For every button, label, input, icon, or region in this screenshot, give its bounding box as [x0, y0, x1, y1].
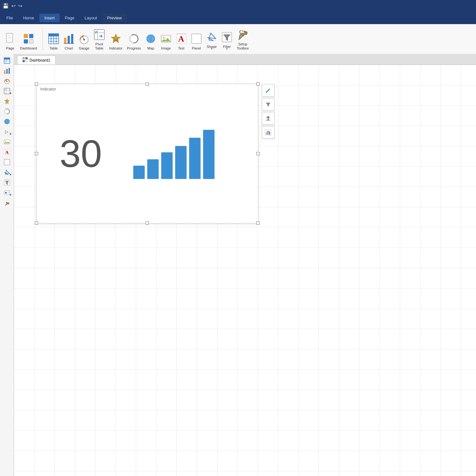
panel-label: Panel: [192, 46, 201, 50]
svg-rect-7: [29, 39, 33, 43]
svg-rect-71: [5, 192, 7, 194]
menu-layout[interactable]: Layout: [80, 14, 102, 22]
handle-tr[interactable]: [256, 83, 260, 86]
setup-icon: [237, 29, 248, 42]
ribbon-btn-table[interactable]: Table: [46, 27, 61, 53]
handle-tm[interactable]: [146, 83, 149, 86]
svg-rect-17: [68, 36, 70, 43]
ribbon-btn-progress[interactable]: Progress: [125, 27, 143, 53]
action-edit[interactable]: [262, 84, 274, 97]
panel-icon: [191, 33, 202, 46]
sidebar-btn-table[interactable]: [1, 56, 13, 65]
filter-arrow: ▼: [226, 48, 228, 50]
sidebar-btn-chart[interactable]: [1, 66, 13, 76]
ribbon-components-group: Table Chart: [46, 27, 251, 53]
progress-icon: [129, 33, 139, 46]
ribbon-btn-panel[interactable]: Panel: [189, 27, 204, 53]
filter-icon: [221, 32, 232, 44]
widget-chart: [133, 128, 215, 179]
menu-bar: File Home Insert Page Layout Preview: [0, 11, 476, 24]
page-icon: [5, 33, 15, 46]
chart-bar-1: [133, 166, 145, 179]
menu-home[interactable]: Home: [18, 14, 39, 22]
handle-br[interactable]: [256, 221, 260, 225]
gauge-label: Gauge: [79, 46, 89, 50]
gauge-icon: [79, 33, 89, 46]
ribbon-btn-map[interactable]: Map: [143, 27, 158, 53]
ribbon-btn-text[interactable]: A Text: [174, 27, 189, 53]
tab-dashboard1[interactable]: Dashboard1: [17, 56, 56, 64]
redo-icon[interactable]: ↪: [18, 3, 22, 9]
svg-rect-5: [29, 34, 33, 38]
svg-text:A: A: [5, 150, 9, 155]
svg-rect-15: [49, 34, 59, 36]
title-bar: 💾 ↩ ↪: [0, 0, 476, 11]
svg-rect-18: [71, 34, 73, 43]
menu-page[interactable]: Page: [60, 14, 79, 22]
ribbon-newitem-group: Page Dashboard: [3, 27, 39, 53]
sidebar-btn-map-expand[interactable]: ▷ ▶: [1, 127, 13, 136]
ribbon-btn-filter[interactable]: Filter ▼: [219, 27, 235, 53]
pivot-label: PivotTable: [95, 42, 103, 50]
sidebar-btn-text[interactable]: A: [1, 147, 13, 157]
sidebar-btn-setup[interactable]: [1, 198, 13, 208]
sidebar-btn-panel[interactable]: [1, 157, 13, 167]
ribbon-btn-chart[interactable]: Chart: [61, 27, 76, 53]
svg-rect-16: [64, 38, 66, 43]
indicator-label: Indicator: [109, 46, 122, 50]
svg-rect-39: [192, 34, 201, 43]
sidebar-btn-pivot[interactable]: ▶: [1, 86, 13, 96]
sidebar-btn-map[interactable]: [1, 117, 13, 126]
sidebar-btn-shape[interactable]: ▶: [1, 168, 13, 177]
menu-insert[interactable]: Insert: [39, 14, 60, 22]
ribbon-btn-pivot[interactable]: PivotTable: [92, 27, 107, 53]
widget-value: 30: [60, 135, 102, 173]
indicator-widget: Indicator 30: [36, 84, 258, 223]
sidebar-btn-indicator[interactable]: 100: [1, 96, 13, 106]
ribbon-btn-indicator[interactable]: 100 Indicator: [107, 27, 125, 53]
svg-point-22: [83, 39, 85, 40]
action-chart[interactable]: [262, 126, 274, 139]
chart-label: Chart: [64, 46, 73, 50]
pivot-icon: [94, 29, 105, 42]
action-data[interactable]: N: [262, 112, 274, 125]
svg-rect-0: [6, 33, 13, 42]
chart-bar-6: [203, 130, 215, 179]
page-label: Page: [6, 46, 14, 50]
handle-ml[interactable]: [35, 152, 38, 155]
canvas-area: Indicator 30: [14, 65, 476, 476]
table-icon: [48, 33, 59, 46]
sidebar-btn-filter[interactable]: [1, 178, 13, 187]
ribbon-btn-page[interactable]: Page: [3, 27, 18, 53]
pivot-arrow: ▶: [10, 92, 12, 95]
main-content: Dashboard1 Indicator 30: [14, 54, 476, 476]
save-icon[interactable]: 💾: [3, 3, 9, 9]
sidebar-btn-gauge[interactable]: [1, 76, 13, 86]
svg-text:A: A: [178, 34, 184, 43]
ribbon-btn-dashboard[interactable]: Dashboard: [18, 27, 39, 53]
handle-bl[interactable]: [35, 221, 38, 225]
shape-arrow: ▼: [210, 48, 213, 50]
setup-label: SetupToolbox: [237, 42, 249, 50]
tab-icon: [23, 57, 28, 63]
svg-rect-75: [25, 57, 28, 59]
handle-bm[interactable]: [146, 221, 149, 225]
sidebar-btn-image[interactable]: [1, 137, 13, 147]
sidebar-btn-progress[interactable]: [1, 107, 13, 116]
ribbon-btn-image[interactable]: Image: [158, 27, 174, 53]
svg-rect-77: [25, 60, 28, 62]
chart-bar-2: [147, 159, 159, 179]
ribbon-btn-shape[interactable]: Shape ▼: [204, 27, 219, 53]
menu-file[interactable]: File: [1, 14, 18, 22]
svg-point-53: [6, 81, 7, 82]
handle-mr[interactable]: [256, 152, 260, 155]
sidebar-btn-filter2[interactable]: ▶: [1, 188, 13, 197]
ribbon-btn-gauge[interactable]: Gauge: [76, 27, 92, 53]
undo-icon[interactable]: ↩: [11, 3, 16, 9]
action-filter[interactable]: [262, 98, 274, 111]
dashboard-label: Dashboard: [20, 46, 37, 50]
chart-bar-5: [189, 138, 201, 179]
handle-tl[interactable]: [35, 83, 38, 86]
menu-preview[interactable]: Preview: [102, 14, 127, 22]
ribbon-btn-setup[interactable]: SetupToolbox: [235, 27, 251, 53]
